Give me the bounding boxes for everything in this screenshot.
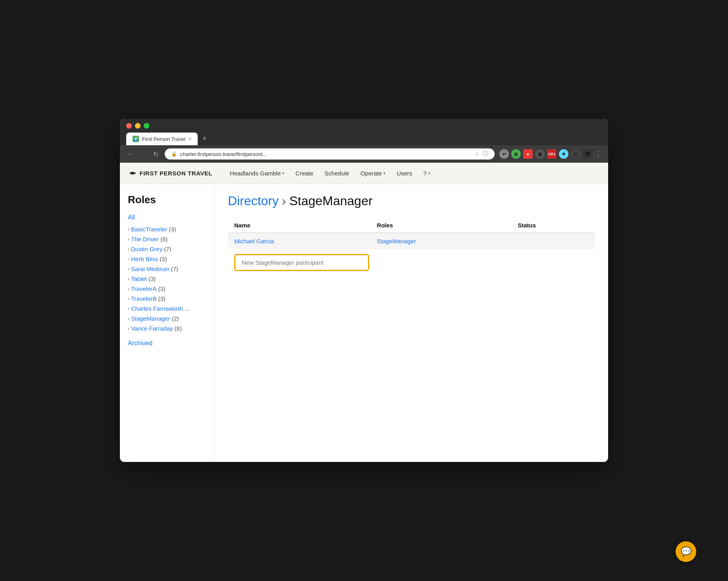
chevron-icon: › — [128, 326, 129, 331]
sidebar-item-vance-farraday[interactable]: › Vance Farraday (8) — [128, 323, 207, 333]
sidebar-item-label: Dustin Grey — [131, 246, 162, 252]
sidebar-item-dustin-grey[interactable]: › Dustin Grey (7) — [128, 244, 207, 254]
active-tab[interactable]: 🌍 First Person Travel × — [126, 133, 198, 145]
app-logo[interactable]: ✒ FIRST PERSON TRAVEL — [129, 169, 212, 178]
minimize-button[interactable] — [135, 123, 141, 129]
address-bar: ← → ↻ 🔒 charter.firstperson.travel/first… — [120, 145, 608, 163]
sidebar-archived-link[interactable]: Archived — [128, 340, 207, 347]
sidebar-item-traveler-b[interactable]: › TravelerB (3) — [128, 294, 207, 304]
logo-text: FIRST PERSON TRAVEL — [140, 170, 212, 177]
chevron-icon: › — [128, 227, 129, 232]
nav-headlands-gamble-label: Headlands Gamble — [230, 170, 281, 177]
nav-create-label: Create — [295, 170, 313, 177]
nav-help[interactable]: ? ▾ — [418, 167, 435, 179]
nav-create[interactable]: Create — [291, 167, 318, 179]
sidebar-item-tablet[interactable]: › Tablet (3) — [128, 274, 207, 284]
more-options-icon[interactable]: ⋮ — [595, 150, 602, 158]
nav-operate-label: Operate — [360, 170, 382, 177]
sidebar-item-count: (3) — [158, 295, 165, 302]
tab-close-button[interactable]: × — [189, 136, 191, 142]
new-tab-button[interactable]: + — [199, 133, 210, 144]
sidebar-item-the-driver[interactable]: › The Driver (6) — [128, 234, 207, 244]
sidebar-item-basic-traveler[interactable]: › BasicTraveler (3) — [128, 224, 207, 234]
sidebar-item-label: Charles Farnsworth — [131, 305, 183, 312]
bookmark-icon[interactable]: ☆ — [474, 151, 480, 157]
traffic-lights — [126, 123, 602, 129]
chevron-icon: › — [128, 296, 129, 302]
sidebar-item-label: Vance Farraday — [131, 325, 173, 332]
table-row: Michael Garcia StageManager — [228, 233, 595, 250]
chevron-icon: › — [128, 316, 129, 321]
sidebar-item-count: (3) — [160, 256, 167, 262]
nav-users-label: Users — [397, 170, 412, 177]
ext-icon-3: e — [523, 149, 533, 159]
new-participant-row — [228, 249, 595, 276]
sidebar-item-count: (8) — [175, 325, 182, 332]
ext-icon-4: ◑ — [535, 149, 545, 159]
sidebar-items-list: › BasicTraveler (3) › The Driver (6) › D… — [128, 224, 207, 333]
sidebar-title: Roles — [128, 194, 207, 206]
forward-button[interactable]: → — [139, 150, 148, 158]
participant-name-link[interactable]: Michael Garcia — [234, 238, 274, 244]
sidebar-item-stage-manager[interactable]: › StageManager (2) — [128, 314, 207, 323]
sidebar-item-count: (3) — [148, 275, 156, 282]
logo-icon: ✒ — [129, 169, 137, 178]
new-participant-input[interactable] — [234, 254, 369, 271]
directory-link[interactable]: Directory — [228, 194, 279, 208]
table-header-name: Name — [228, 218, 370, 233]
sidebar-item-label: TravelerA — [131, 285, 156, 292]
nav-operate[interactable]: Operate ▾ — [356, 167, 390, 179]
participant-role-link[interactable]: StageManager — [377, 238, 416, 244]
chat-fab-button[interactable]: 💬 — [676, 541, 696, 562]
sidebar-item-label: Tablet — [131, 275, 147, 282]
sidebar-item-count: (3) — [169, 226, 176, 233]
tab-favicon: 🌍 — [133, 136, 139, 142]
sidebar-item-count: ... — [185, 305, 190, 312]
sidebar-item-traveler-a[interactable]: › TravelerA (3) — [128, 284, 207, 294]
sidebar-item-count: (7) — [164, 246, 171, 252]
current-role-heading: StageManager — [289, 194, 373, 208]
sidebar-item-count: (2) — [171, 315, 179, 322]
sidebar-item-herb-bliss[interactable]: › Herb Bliss (3) — [128, 254, 207, 264]
address-input[interactable]: 🔒 charter.firstperson.travel/firstperson… — [165, 148, 495, 160]
sidebar-item-label: The Driver — [131, 236, 159, 242]
sidebar-item-label: Sarai Medouin — [131, 265, 169, 272]
chrome-bar: 🌍 First Person Travel × + — [120, 119, 608, 145]
nav-users[interactable]: Users — [392, 167, 417, 179]
breadcrumb-separator: › — [282, 194, 286, 208]
nav-headlands-gamble[interactable]: Headlands Gamble ▾ — [225, 167, 289, 179]
participant-status-cell — [511, 233, 595, 250]
maximize-button[interactable] — [144, 123, 149, 129]
app-header: ✒ FIRST PERSON TRAVEL Headlands Gamble ▾… — [120, 163, 608, 184]
browser-window: 🌍 First Person Travel × + ← → ↻ 🔒 charte… — [120, 119, 608, 462]
ext-icon-6: ⚛ — [559, 149, 568, 159]
chevron-icon: › — [128, 306, 129, 312]
reload-button[interactable]: ↻ — [152, 150, 160, 159]
chevron-down-icon: ▾ — [282, 171, 284, 175]
sidebar-item-label: Herb Bliss — [131, 256, 158, 262]
ext-icon-1: ↩ — [499, 149, 509, 159]
sidebar-link-all[interactable]: All — [128, 212, 207, 223]
chat-icon: 💬 — [681, 546, 691, 557]
sidebar-item-charles-farnsworth[interactable]: › Charles Farnsworth ... — [128, 304, 207, 314]
ext-icon-8: ⏱ — [583, 149, 592, 159]
ext-icon-5: UD1 — [547, 149, 557, 159]
close-button[interactable] — [126, 123, 132, 129]
directory-panel: Directory › StageManager Name Roles Stat… — [215, 184, 608, 462]
chevron-icon: › — [128, 237, 129, 242]
nav-menu: Headlands Gamble ▾ Create Schedule Opera… — [225, 167, 435, 179]
page-heading: Directory › StageManager — [228, 194, 595, 208]
ext-icon-7: ⬡ — [571, 149, 580, 159]
extension-icons: ↩ ◎ e ◑ UD1 ⚛ ⬡ ⏱ ⋮ — [499, 149, 602, 159]
participant-name-cell: Michael Garcia — [228, 233, 370, 250]
new-participant-cell — [228, 249, 595, 276]
sidebar-item-count: (6) — [160, 236, 168, 242]
lock-icon: 🔒 — [171, 151, 177, 157]
back-button[interactable]: ← — [126, 150, 136, 158]
nav-schedule[interactable]: Schedule — [320, 167, 354, 179]
sidebar-item-sarai-medouin[interactable]: › Sarai Medouin (7) — [128, 264, 207, 274]
info-icon[interactable]: ⓘ — [483, 150, 488, 158]
nav-help-label: ? — [423, 170, 426, 177]
chevron-icon: › — [128, 266, 129, 272]
nav-buttons: ← → ↻ — [126, 150, 160, 159]
